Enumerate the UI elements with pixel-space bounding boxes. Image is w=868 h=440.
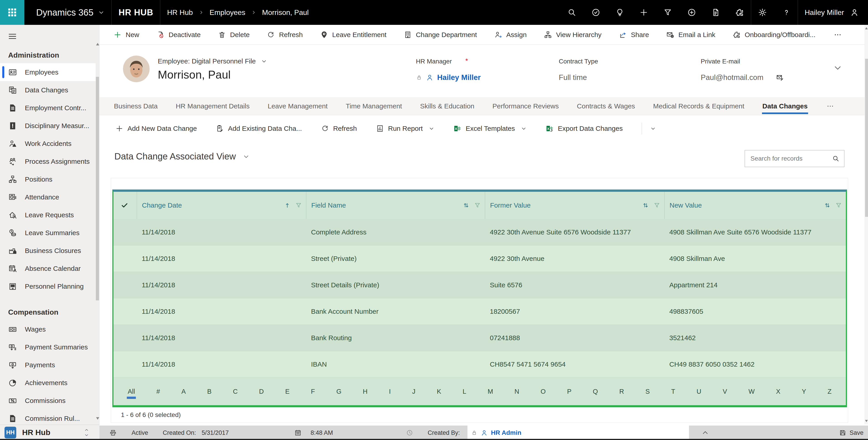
lightbulb-icon[interactable] bbox=[615, 8, 624, 17]
hr-manager-link[interactable]: Hailey Miller bbox=[437, 73, 481, 82]
tab-hr-management-details[interactable]: HR Management Details bbox=[175, 97, 250, 115]
chevron-down-icon[interactable] bbox=[429, 126, 434, 131]
funnel-icon[interactable] bbox=[663, 8, 672, 17]
plus-icon[interactable] bbox=[639, 8, 648, 17]
alphabet-filter-k[interactable]: K bbox=[436, 387, 442, 396]
created-by-link[interactable]: HR Admin bbox=[491, 429, 521, 436]
alphabet-filter-j[interactable]: J bbox=[411, 387, 416, 396]
tab-leave-management[interactable]: Leave Management bbox=[267, 97, 328, 115]
sidebar-scrollbar[interactable] bbox=[96, 25, 99, 425]
hamburger-menu-icon[interactable] bbox=[8, 32, 17, 41]
gear-icon[interactable] bbox=[758, 8, 767, 17]
alphabet-filter-o[interactable]: O bbox=[539, 387, 547, 396]
subcommand-excel-templates[interactable]: X Excel Templates bbox=[454, 125, 515, 133]
main-scrollbar[interactable] bbox=[865, 25, 868, 425]
sort-updown-icon[interactable] bbox=[462, 201, 470, 209]
subcommand-add-existing-data-cha[interactable]: Add Existing Data Cha... bbox=[216, 125, 302, 133]
help-icon[interactable] bbox=[782, 8, 791, 17]
alphabet-filter-e[interactable]: E bbox=[284, 387, 290, 396]
command-delete[interactable]: Delete bbox=[218, 31, 250, 39]
check-circle-icon[interactable] bbox=[591, 8, 600, 17]
form-selector[interactable]: Employee: Digital Personnel File bbox=[158, 57, 267, 65]
tab-skills-education[interactable]: Skills & Education bbox=[420, 97, 475, 115]
table-row[interactable]: 11/14/2018 Complete Address 4922 30th Av… bbox=[112, 219, 847, 245]
contract-type-value[interactable]: Full time bbox=[559, 73, 587, 82]
subcommand-add-new-data-change[interactable]: Add New Data Change bbox=[115, 125, 197, 133]
alphabet-filter-w[interactable]: W bbox=[747, 387, 755, 396]
tab-medical-records-equipment[interactable]: Medical Records & Equipment bbox=[653, 97, 745, 115]
sidebar-item-leave-summaries[interactable]: Leave Summaries bbox=[0, 224, 96, 242]
filter-icon[interactable] bbox=[295, 202, 302, 209]
subcommand-refresh[interactable]: Refresh bbox=[321, 125, 357, 133]
app-switcher[interactable] bbox=[84, 428, 90, 438]
breadcrumb-employees[interactable]: Employees bbox=[210, 8, 245, 17]
sidebar-item-employment-contr[interactable]: Employment Contr... bbox=[0, 99, 96, 117]
sidebar-item-process-assignments[interactable]: Process Assignments bbox=[0, 153, 96, 170]
alphabet-filter-y[interactable]: Y bbox=[801, 387, 807, 396]
sidebar-item-payment-summaries[interactable]: Payment Summaries bbox=[0, 338, 96, 356]
command-assign[interactable]: Assign bbox=[494, 31, 527, 39]
table-row[interactable]: 11/14/2018 Street Details (Private) Suit… bbox=[112, 272, 847, 298]
alphabet-filter-t[interactable]: T bbox=[670, 387, 676, 396]
alphabet-filter-f[interactable]: F bbox=[310, 387, 316, 396]
subcommand-run-report[interactable]: Run Report bbox=[376, 125, 423, 133]
chevron-down-icon[interactable] bbox=[521, 126, 527, 131]
private-email-value[interactable]: Paul@hotmail.com bbox=[701, 73, 763, 82]
alphabet-filter-l[interactable]: L bbox=[462, 387, 467, 396]
plus-circle-icon[interactable] bbox=[687, 8, 696, 17]
table-row[interactable]: 11/14/2018 Bank Account Number 18200567 … bbox=[112, 298, 847, 325]
app-name[interactable]: HR HUB bbox=[119, 8, 153, 18]
sidebar-item-personnel-planning[interactable]: Personnel Planning bbox=[0, 277, 96, 295]
tab-time-management[interactable]: Time Management bbox=[345, 97, 402, 115]
search-icon[interactable] bbox=[832, 155, 839, 163]
table-row[interactable]: 11/14/2018 IBAN CH8547 5471 5674 9654 CH… bbox=[112, 351, 847, 377]
brand-menu[interactable]: Dynamics 365 bbox=[36, 7, 105, 18]
alphabet-filter-g[interactable]: G bbox=[336, 387, 342, 396]
filter-icon[interactable] bbox=[835, 202, 842, 209]
tab-performance-reviews[interactable]: Performance Reviews bbox=[492, 97, 559, 115]
sort-updown-icon[interactable] bbox=[824, 201, 831, 209]
tab-data-changes[interactable]: Data Changes bbox=[762, 97, 808, 115]
alphabet-filter-x[interactable]: X bbox=[775, 387, 781, 396]
alphabet-filter-p[interactable]: P bbox=[566, 387, 572, 396]
subcommand-export-data-changes[interactable]: X Export Data Changes bbox=[546, 125, 623, 133]
save-button[interactable]: Save bbox=[839, 429, 864, 436]
header-collapse-chevron[interactable] bbox=[833, 63, 843, 73]
sidebar-item-commission-rul[interactable]: Commission Rul... bbox=[0, 409, 96, 425]
alphabet-filter-n[interactable]: N bbox=[514, 387, 520, 396]
user-menu[interactable]: Hailey Miller bbox=[805, 8, 859, 17]
alphabet-filter-v[interactable]: V bbox=[722, 387, 728, 396]
alphabet-filter-m[interactable]: M bbox=[487, 387, 494, 396]
sidebar-item-work-accidents[interactable]: Work Accidents bbox=[0, 135, 96, 153]
search-input[interactable] bbox=[750, 155, 832, 162]
scroll-down-arrow[interactable] bbox=[96, 417, 99, 420]
more-tabs-icon[interactable] bbox=[825, 102, 835, 110]
scrollbar-thumb[interactable] bbox=[865, 59, 868, 217]
sidebar-item-disciplinary-measur[interactable]: Disciplinary Measur... bbox=[0, 117, 96, 135]
command-new[interactable]: New bbox=[114, 31, 139, 39]
app-launcher-button[interactable] bbox=[0, 0, 24, 25]
scroll-up-arrow[interactable] bbox=[96, 43, 99, 45]
sidebar-item-wages[interactable]: Wages bbox=[0, 320, 96, 338]
command-view-hierarchy[interactable]: View Hierarchy bbox=[544, 31, 601, 39]
sidebar-item-commissions[interactable]: Commissions bbox=[0, 392, 96, 409]
command-share[interactable]: Share bbox=[619, 31, 649, 39]
column-header-change-date[interactable]: Change Date bbox=[137, 192, 306, 219]
table-row[interactable]: 11/14/2018 Street (Private) 4922 30th Av… bbox=[112, 245, 847, 272]
sidebar-item-data-changes[interactable]: Data Changes bbox=[0, 81, 96, 99]
filter-icon[interactable] bbox=[653, 202, 660, 209]
alphabet-filter-q[interactable]: Q bbox=[592, 387, 599, 396]
column-header-new-value[interactable]: New Value bbox=[664, 192, 846, 219]
command-refresh[interactable]: Refresh bbox=[267, 31, 303, 39]
sidebar-item-positions[interactable]: Positions bbox=[0, 170, 96, 188]
scroll-up-arrow[interactable] bbox=[865, 27, 868, 29]
select-all-checkbox[interactable] bbox=[112, 192, 137, 219]
search-icon[interactable] bbox=[567, 8, 577, 17]
table-row[interactable]: 11/14/2018 Bank Routing 07241888 3521462 bbox=[112, 325, 847, 351]
alphabet-filter-s[interactable]: S bbox=[645, 387, 651, 396]
sidebar-item-achievements[interactable]: Achievements bbox=[0, 374, 96, 392]
more-commands-icon[interactable] bbox=[833, 31, 843, 39]
sidebar-item-absence-calendar[interactable]: Absence Calendar bbox=[0, 260, 96, 277]
scrollbar-thumb[interactable] bbox=[96, 77, 99, 300]
footer-collapse-chevron[interactable] bbox=[701, 429, 709, 437]
